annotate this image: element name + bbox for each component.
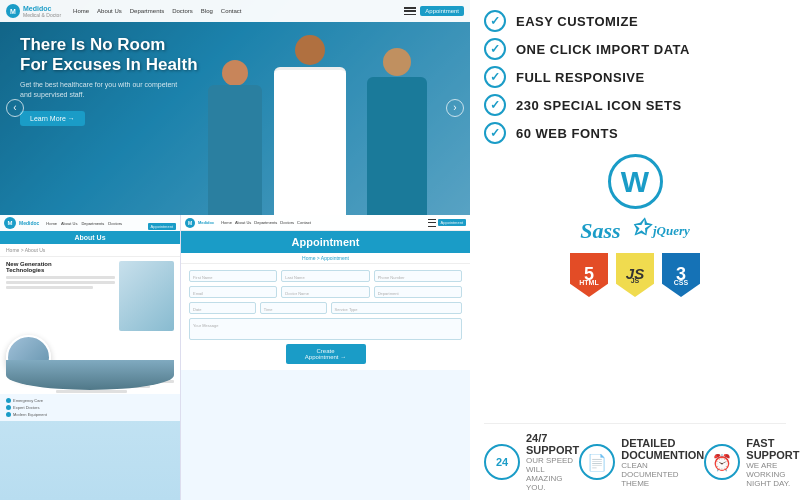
logo-circle: M: [6, 4, 20, 18]
form-field-message[interactable]: Your Message: [189, 318, 462, 340]
js-label: JS: [631, 277, 640, 284]
appt-nav-links: Home About Us Departments Doctors Contac…: [221, 220, 311, 225]
appt-nav-btn[interactable]: Appointment: [438, 219, 466, 226]
appt-header: Appointment: [181, 231, 470, 253]
about-thumb-logo-text: Medidoc: [19, 220, 39, 226]
person-1: [200, 55, 270, 215]
appt-hamburger[interactable]: [428, 219, 436, 227]
about-nav-link2[interactable]: About Us: [61, 221, 77, 226]
feature-row-1: ✓ EASY CUSTOMIZE: [484, 10, 786, 32]
form-row-3: Date Time Service Type: [189, 302, 462, 314]
about-nav-link4[interactable]: Doctors: [108, 221, 122, 226]
field-label-10: Your Message: [190, 319, 461, 333]
form-field-date[interactable]: Date: [189, 302, 256, 314]
check-icon-2: ✓: [484, 38, 506, 60]
feature-row-3: ✓ FULL RESPONSIVE: [484, 66, 786, 88]
about-thumb-logo: M: [4, 217, 16, 229]
left-section: M Medidoc Medical & Doctor Home About Us…: [0, 0, 470, 500]
appt-nav-contact[interactable]: Contact: [297, 220, 311, 225]
html5-shield: 5 HTML: [570, 253, 608, 297]
about-appt-btn[interactable]: Appointment: [148, 223, 176, 230]
about-nav-link3[interactable]: Departments: [81, 221, 104, 226]
form-row-1: First Name Last Name Phone Number: [189, 270, 462, 282]
appointment-button[interactable]: Appointment: [420, 6, 464, 16]
hero-title: There Is No RoomFor Excuses In Health: [20, 35, 198, 76]
about-nav-link[interactable]: Home: [46, 221, 57, 226]
feature-label-5: 60 WEB FONTS: [516, 126, 618, 141]
nav-blog[interactable]: Blog: [201, 8, 213, 14]
about-thumb-nav-right: Appointment: [148, 215, 176, 232]
form-field-dept[interactable]: Department: [374, 286, 462, 298]
form-field-service[interactable]: Service Type: [331, 302, 463, 314]
fast-support-title: FAST SUPPORT: [746, 437, 799, 461]
appt-form: First Name Last Name Phone Number Email …: [181, 264, 470, 370]
appt-nav-dept[interactable]: Departments: [254, 220, 277, 225]
support-text: 24/7 SUPPORT OUR SPEED WILL AMAZING YOU.: [526, 432, 579, 492]
hero-section: M Medidoc Medical & Doctor Home About Us…: [0, 0, 470, 215]
feature-text-2: Expert Doctors: [13, 405, 39, 410]
hamburger-icon[interactable]: [404, 7, 416, 15]
js-shield: JS JS: [616, 253, 654, 297]
form-field-firstname[interactable]: First Name: [189, 270, 277, 282]
hero-logo: M Medidoc Medical & Doctor: [6, 4, 61, 18]
tech-logos: W Sass ✩ jQuery 5 HTML: [484, 154, 786, 297]
feature-label-2: ONE CLICK IMPORT DATA: [516, 42, 690, 57]
features-list: ✓ EASY CUSTOMIZE ✓ ONE CLICK IMPORT DATA…: [484, 10, 786, 144]
form-field-doctor[interactable]: Doctor Name: [281, 286, 369, 298]
form-field-email[interactable]: Email: [189, 286, 277, 298]
appt-nav-doc[interactable]: Doctors: [280, 220, 294, 225]
about-circle-section: [6, 335, 174, 390]
about-features: Emergency Care Expert Doctors Modern Equ…: [0, 394, 180, 421]
person-3: [360, 45, 435, 215]
jquery-symbol: ✩: [631, 215, 649, 240]
logo-letter: M: [10, 8, 16, 15]
appointment-thumbnail: M Medidoc Home About Us Departments Doct…: [180, 215, 470, 500]
form-submit-button[interactable]: Create Appointment →: [286, 344, 366, 364]
support-icon: 24: [484, 444, 520, 480]
field-label-4: Email: [190, 287, 276, 301]
text-line-3: [6, 286, 93, 289]
appt-thumb-logo-text: Medidoc: [198, 220, 214, 225]
form-field-time[interactable]: Time: [260, 302, 327, 314]
form-field-lastname[interactable]: Last Name: [281, 270, 369, 282]
feature-row-4: ✓ 230 SPECIAL ICON SETS: [484, 94, 786, 116]
support-subtitle: OUR SPEED WILL AMAZING YOU.: [526, 456, 579, 492]
hero-cta-button[interactable]: Learn More →: [20, 111, 85, 126]
field-label-6: Department: [375, 287, 461, 301]
hero-subtitle: Get the best healthcare for you with our…: [20, 80, 180, 100]
docs-icon: 📄: [579, 444, 615, 480]
nav-home[interactable]: Home: [73, 8, 89, 14]
field-label-8: Time: [261, 303, 326, 317]
check-icon-3: ✓: [484, 66, 506, 88]
about-breadcrumb: Home > About Us: [0, 244, 180, 257]
feature-text-3: Modern Equipment: [13, 412, 47, 417]
html-js-css-row: 5 HTML JS JS 3 CSS: [570, 253, 700, 297]
right-section: ✓ EASY CUSTOMIZE ✓ ONE CLICK IMPORT DATA…: [470, 0, 800, 500]
appt-thumb-nav: M Medidoc Home About Us Departments Doct…: [181, 215, 470, 231]
nav-contact[interactable]: Contact: [221, 8, 242, 14]
bottom-panels: M Medidoc Home About Us Departments Doct…: [0, 215, 470, 499]
appt-breadcrumb: Home > Appointment: [181, 253, 470, 264]
nav-about[interactable]: About Us: [97, 8, 122, 14]
form-field-phone[interactable]: Phone Number: [374, 270, 462, 282]
nav-doctors[interactable]: Doctors: [172, 8, 193, 14]
fast-support-item: ⏰ FAST SUPPORT WE ARE WORKING NIGHT DAY.: [704, 437, 799, 488]
appt-nav-about[interactable]: About Us: [235, 220, 251, 225]
feature-item-1: Emergency Care: [6, 398, 174, 403]
hero-prev-arrow[interactable]: ‹: [6, 99, 24, 117]
feature-label-3: FULL RESPONSIVE: [516, 70, 645, 85]
hero-next-arrow[interactable]: ›: [446, 99, 464, 117]
nav-right: Appointment: [404, 6, 464, 16]
sass-jquery-row: Sass ✩ jQuery: [580, 215, 690, 247]
nav-depts[interactable]: Departments: [130, 8, 164, 14]
about-header: About Us: [0, 231, 180, 244]
css3-shield-body: 3 CSS: [662, 253, 700, 297]
appt-nav-right-inner: Appointment: [428, 219, 466, 227]
logo-name: Medidoc: [23, 5, 61, 12]
hero-content: There Is No RoomFor Excuses In Health Ge…: [20, 35, 198, 126]
about-subheading: New GenerationTechnologies: [6, 261, 115, 273]
about-thumb-nav: M Medidoc Home About Us Departments Doct…: [0, 215, 180, 231]
nav-links: Home About Us Departments Doctors Blog C…: [73, 8, 241, 14]
feature-dot-2: [6, 405, 11, 410]
appt-nav-home[interactable]: Home: [221, 220, 232, 225]
